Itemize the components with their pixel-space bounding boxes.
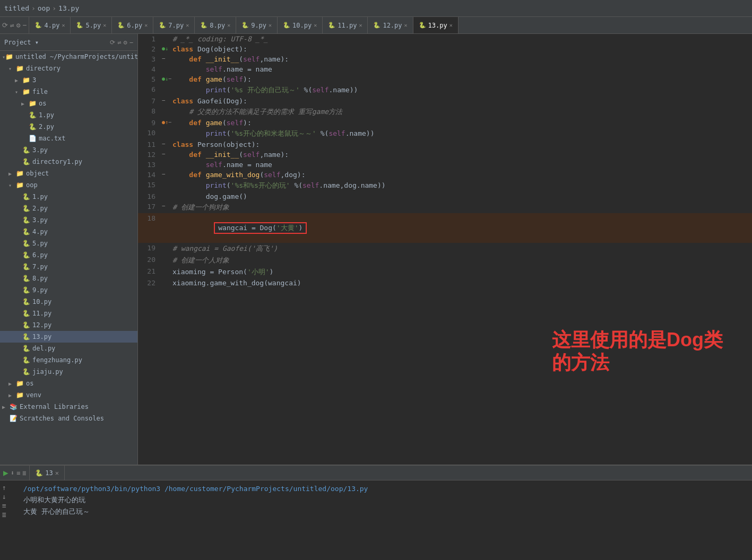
file-icon: 🐍 <box>328 22 335 29</box>
tree-9py-oop[interactable]: 🐍 9.py <box>0 284 137 296</box>
breadcrumb-oop: oop <box>38 4 50 12</box>
tab-13py[interactable]: 🐍 13.py ✕ <box>413 17 459 33</box>
close-icon[interactable]: ✕ <box>404 22 408 28</box>
sidebar-minimize-icon[interactable]: − <box>129 39 133 46</box>
close-icon[interactable]: ✕ <box>359 22 362 28</box>
code-line-2: 2 ●↓ class Dog(object): <box>138 44 752 54</box>
tab-bar: ⟳ ⇌ ⚙ − 🐍 4.py ✕ 🐍 5.py ✕ 🐍 6.py ✕ 🐍 7.p… <box>0 17 752 34</box>
code-line-6: 6 print('%s 开心的自己玩～' %(self.name)) <box>138 84 752 96</box>
close-icon[interactable]: ✕ <box>269 22 272 28</box>
tree-fengzhuangpy[interactable]: 🐍 fengzhuang.py <box>0 354 137 366</box>
sidebar-sync-icon[interactable]: ⟳ <box>110 39 115 46</box>
tree-8py-oop[interactable]: 🐍 8.py <box>0 273 137 284</box>
minimize-icon[interactable]: − <box>23 21 27 29</box>
tab-7py[interactable]: 🐍 7.py ✕ <box>153 17 195 33</box>
run-tab-13[interactable]: 🐍 13 ✕ <box>30 466 65 480</box>
close-icon[interactable]: ✕ <box>62 22 65 28</box>
code-line-17: 17 − # 创建一个狗对象 <box>138 202 752 213</box>
tree-file[interactable]: ▾ 📁 file <box>0 86 137 98</box>
file-icon: 🐍 <box>200 22 208 29</box>
tree-mactxt[interactable]: 📄 mac.txt <box>0 133 137 144</box>
run-icon[interactable]: ▶ <box>3 468 8 478</box>
tree-object[interactable]: ▶ 📁 object <box>0 168 137 179</box>
tab-5py[interactable]: 🐍 5.py ✕ <box>71 17 112 33</box>
run-controls: ↑ ↓ ≡ ≣ <box>0 483 8 520</box>
code-line-10: 10 print('%s开心的和米老鼠玩～～' %(self.name)) <box>138 128 752 139</box>
code-line-21: 21 xiaoming = Person('小明') <box>138 266 752 278</box>
tree-3py-oop[interactable]: 🐍 3.py <box>0 214 137 226</box>
close-icon[interactable]: ✕ <box>186 22 189 28</box>
tab-10py[interactable]: 🐍 10.py ✕ <box>278 17 323 33</box>
tree-7py-oop[interactable]: 🐍 7.py <box>0 261 137 273</box>
tree-external-libraries[interactable]: ▶ 📚 External Libraries <box>0 401 137 413</box>
tree-4py-oop[interactable]: 🐍 4.py <box>0 226 137 238</box>
breadcrumb: titled › oop › 13.py <box>4 4 79 12</box>
close-icon[interactable]: ✕ <box>144 22 148 28</box>
tree-12py-oop[interactable]: 🐍 12.py <box>0 319 137 331</box>
tree-1py-oop[interactable]: 🐍 1.py <box>0 191 137 203</box>
tree-oop[interactable]: ▾ 📁 oop <box>0 179 137 191</box>
sidebar-split-icon[interactable]: ⇌ <box>117 39 121 46</box>
app-title: titled <box>4 4 29 12</box>
tab-6py[interactable]: 🐍 6.py ✕ <box>112 17 153 33</box>
code-line-13: 13 self.name = name <box>138 160 752 170</box>
file-icon: 🐍 <box>76 22 83 29</box>
tree-os[interactable]: ▶ 📁 os <box>0 98 137 109</box>
breadcrumb-file: 13.py <box>58 4 79 12</box>
format-icon[interactable]: ≣ <box>22 469 26 477</box>
rerun-icon[interactable]: ≡ <box>16 469 20 477</box>
tree-3py[interactable]: 🐍 3.py <box>0 144 137 156</box>
tree-1py-file[interactable]: 🐍 1.py <box>0 109 137 121</box>
tree-venv[interactable]: ▶ 📁 venv <box>0 389 137 401</box>
sync-icon[interactable]: ⟳ <box>2 21 8 29</box>
tree-2py-oop[interactable]: 🐍 2.py <box>0 203 137 214</box>
tree-jiajupy[interactable]: 🐍 jiaju.py <box>0 366 137 378</box>
sidebar: Project ▾ ⟳ ⇌ ⚙ − ▾ 📁 untitled ~/Pycharm… <box>0 34 138 465</box>
tree-5py-oop[interactable]: 🐍 5.py <box>0 238 137 249</box>
run-file-icon: 🐍 <box>35 469 43 477</box>
sidebar-settings-icon[interactable]: ⚙ <box>124 39 127 46</box>
code-line-1: 1 # _*_ coding: UTF-8 _*_ <box>138 34 752 44</box>
tree-untitled[interactable]: ▾ 📁 untitled ~/PycharmProjects/untitled <box>0 51 137 63</box>
tree-11py-oop[interactable]: 🐍 11.py <box>0 308 137 319</box>
close-icon[interactable]: ✕ <box>103 22 106 28</box>
tree-2py-file[interactable]: 🐍 2.py <box>0 121 137 133</box>
close-icon[interactable]: ✕ <box>450 22 453 28</box>
file-icon: 🐍 <box>283 22 290 29</box>
tree-3[interactable]: ▶ 📁 3 <box>0 74 137 86</box>
settings-icon[interactable]: ⚙ <box>16 21 21 29</box>
code-line-12: 12 − def __init__(self,name): <box>138 150 752 160</box>
tab-11py[interactable]: 🐍 11.py ✕ <box>323 17 368 33</box>
tab-4py[interactable]: 🐍 4.py ✕ <box>29 17 71 33</box>
sidebar-toolbar: ⟳ ⇌ ⚙ − <box>110 39 133 46</box>
code-area: 1 # _*_ coding: UTF-8 _*_ 2 ●↓ class Dog… <box>138 34 752 292</box>
tree-10py-oop[interactable]: 🐍 10.py <box>0 296 137 308</box>
annotation-text: 这里使用的是Dog类的方法 <box>552 328 723 374</box>
close-run-tab-icon[interactable]: ✕ <box>55 469 59 477</box>
code-line-9: 9 ●↑− def game(self): <box>138 118 752 128</box>
sidebar-header: Project ▾ ⟳ ⇌ ⚙ − <box>0 34 137 51</box>
tab-9py[interactable]: 🐍 9.py ✕ <box>236 17 278 33</box>
stop-icon[interactable]: ⬇ <box>11 469 14 477</box>
code-line-16: 16 dog.game() <box>138 191 752 202</box>
file-icon: 🐍 <box>159 22 166 29</box>
close-icon[interactable]: ✕ <box>314 22 317 28</box>
run-side-controls: ▶ ⬇ ≡ ≣ <box>0 466 30 480</box>
code-editor[interactable]: 1 # _*_ coding: UTF-8 _*_ 2 ●↓ class Dog… <box>138 34 752 465</box>
run-tab-bar: ▶ ⬇ ≡ ≣ 🐍 13 ✕ <box>0 466 752 480</box>
tree-scratches[interactable]: 📝 Scratches and Consoles <box>0 413 137 424</box>
tree-os-root[interactable]: ▶ 📁 os <box>0 378 137 389</box>
code-line-14: 14 − def game_with_dog(self,dog): <box>138 170 752 180</box>
code-line-22: 22 xiaoming.game_with_dog(wangcai) <box>138 278 752 288</box>
tree-13py-oop[interactable]: 🐍 13.py <box>0 331 137 343</box>
run-output-container: ↑ ↓ ≡ ≣ /opt/software/python3/bin/python… <box>0 483 752 520</box>
file-icon: 🐍 <box>241 22 249 29</box>
split-icon[interactable]: ⇌ <box>10 21 14 29</box>
tree-directory1py[interactable]: 🐍 directory1.py <box>0 156 137 168</box>
tree-directory[interactable]: ▾ 📁 directory <box>0 63 137 74</box>
tab-8py[interactable]: 🐍 8.py ✕ <box>195 17 236 33</box>
close-icon[interactable]: ✕ <box>227 22 230 28</box>
tab-12py[interactable]: 🐍 12.py ✕ <box>368 17 413 33</box>
tree-delpy-oop[interactable]: 🐍 del.py <box>0 343 137 354</box>
tree-6py-oop[interactable]: 🐍 6.py <box>0 249 137 261</box>
